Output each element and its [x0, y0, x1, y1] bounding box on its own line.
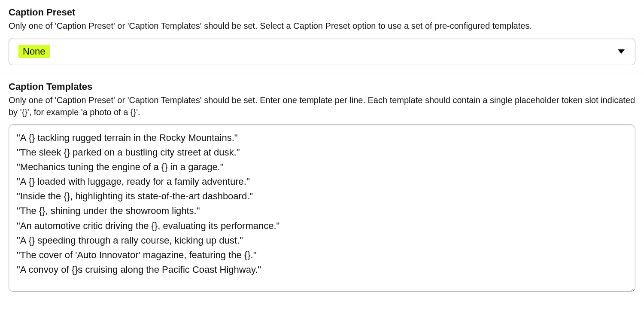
- caption-preset-select[interactable]: None: [9, 38, 635, 65]
- caption-preset-title: Caption Preset: [9, 7, 635, 18]
- chevron-down-icon: [618, 49, 625, 54]
- caption-templates-section: Caption Templates Only one of 'Caption P…: [0, 74, 644, 302]
- caption-templates-description: Only one of 'Caption Preset' or 'Caption…: [9, 94, 635, 118]
- caption-preset-section: Caption Preset Only one of 'Caption Pres…: [0, 0, 644, 74]
- settings-form: Caption Preset Only one of 'Caption Pres…: [0, 0, 644, 302]
- caption-templates-title: Caption Templates: [9, 81, 635, 92]
- caption-templates-input[interactable]: [9, 124, 635, 292]
- caption-preset-selected-value: None: [18, 45, 50, 58]
- caption-preset-description: Only one of 'Caption Preset' or 'Caption…: [9, 20, 635, 32]
